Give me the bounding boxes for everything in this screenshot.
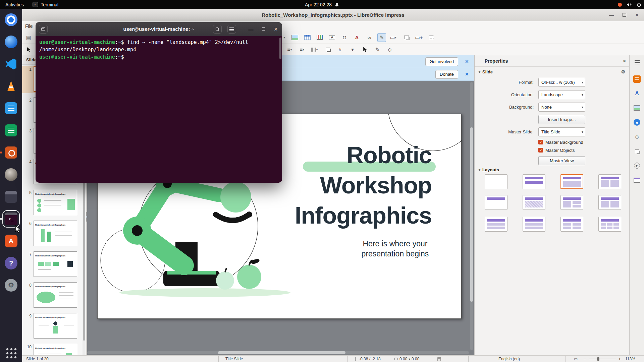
dock-item-ubuntu-software[interactable]: A xyxy=(3,233,19,249)
get-involved-button[interactable]: Get involved xyxy=(425,57,458,66)
power-icon[interactable] xyxy=(637,2,641,7)
zoom-in-button[interactable]: + xyxy=(619,356,621,362)
insert-textbox-icon[interactable]: A xyxy=(328,33,336,42)
layout-2content-content[interactable] xyxy=(598,195,621,210)
filter-icon[interactable]: ▾ xyxy=(348,45,357,54)
select-tool-icon[interactable] xyxy=(24,45,33,54)
show-draw-functions-icon[interactable]: ✎ xyxy=(377,33,386,42)
navigator-deck-icon[interactable]: ◆ xyxy=(633,118,641,127)
slide-subtitle[interactable]: Here is where your presentation begins xyxy=(345,239,445,259)
dock-item-browser[interactable] xyxy=(3,34,19,50)
zoom-slider-handle[interactable] xyxy=(597,357,599,361)
animation-deck-icon[interactable]: ▶ xyxy=(633,161,641,170)
orientation-dropdown[interactable]: Landscape xyxy=(538,90,585,99)
select-arrow-icon[interactable] xyxy=(361,45,369,54)
layout-content-over-content[interactable] xyxy=(485,217,507,232)
format-dropdown[interactable]: On-scr... w (16:9) xyxy=(538,78,585,87)
layout-content-2content[interactable] xyxy=(560,195,583,210)
clone-formatting-icon[interactable] xyxy=(402,33,411,42)
layout-4content[interactable] xyxy=(560,217,583,232)
properties-deck-icon[interactable] xyxy=(633,75,641,83)
align-objects-icon[interactable]: ≡▾ xyxy=(286,45,295,54)
slide-section-header[interactable]: Slide ⚙ xyxy=(475,67,629,76)
show-applications-button[interactable] xyxy=(3,343,19,359)
insert-image-button[interactable]: Insert Image... xyxy=(538,115,585,124)
zoom-level[interactable]: 113% xyxy=(625,356,635,362)
new-slide-icon[interactable]: ▭+ xyxy=(415,33,423,42)
dock-item-terminal[interactable]: >_ xyxy=(3,211,19,227)
master-slides-deck-icon[interactable] xyxy=(633,176,641,184)
slide-thumbnail-5[interactable]: 5 Robotic workshop infographics xyxy=(22,189,86,217)
canvas-horizontal-scrollbar[interactable] xyxy=(87,351,469,354)
close-button[interactable]: × xyxy=(634,12,640,18)
donate-button[interactable]: Donate xyxy=(435,70,458,79)
focused-app-menu[interactable]: >_ Terminal xyxy=(29,2,62,7)
shapes-deck-icon[interactable]: ◇ xyxy=(633,132,641,141)
layout-2content-over-content[interactable] xyxy=(523,217,545,232)
toolbar-overflow-icon[interactable]: ▾ xyxy=(283,36,287,39)
master-slide-dropdown[interactable]: Title Slide xyxy=(538,127,585,136)
scrollbar-thumb[interactable] xyxy=(83,173,85,341)
terminal-body[interactable]: user@user-virtual-machine:~$find ~ -name… xyxy=(36,36,282,183)
infobar-close-icon[interactable]: × xyxy=(463,71,471,78)
properties-close-icon[interactable]: × xyxy=(623,58,626,64)
basic-shapes-icon[interactable]: ▭▾ xyxy=(390,33,398,42)
dock-item-help[interactable]: ? xyxy=(3,255,19,271)
dock-item-writer[interactable] xyxy=(3,100,19,116)
background-dropdown[interactable]: None xyxy=(538,103,585,112)
slide-transition-deck-icon[interactable] xyxy=(633,147,641,156)
terminal-titlebar[interactable]: user@user-virtual-machine: ~ — × xyxy=(36,22,282,36)
layout-title-slide[interactable] xyxy=(523,174,545,189)
layout-title-2content[interactable] xyxy=(598,174,621,189)
fit-slide-icon[interactable]: ▭ xyxy=(574,356,578,362)
language-status[interactable]: English (en) xyxy=(498,356,520,362)
special-character-icon[interactable]: Ω xyxy=(340,33,349,42)
slide-thumbnail-9[interactable]: 9 Robotic workshop infographics xyxy=(22,312,86,340)
terminal-minimize-button[interactable]: — xyxy=(247,22,255,36)
document-icon[interactable]: ▤ xyxy=(24,33,33,42)
layout-title-only[interactable] xyxy=(485,195,507,210)
dock-item-calc[interactable] xyxy=(3,122,19,138)
dock-item-settings[interactable]: ⚙ xyxy=(3,277,19,293)
terminal-scrollbar-thumb[interactable] xyxy=(279,38,281,59)
minimize-button[interactable]: — xyxy=(608,12,614,18)
maximize-button[interactable] xyxy=(621,12,627,18)
scrollbar-thumb[interactable] xyxy=(218,351,345,354)
terminal-maximize-button[interactable] xyxy=(259,22,268,36)
gallery-deck-icon[interactable] xyxy=(633,104,641,112)
slide-thumbnail-8[interactable]: 8 Robotic workshop infographics xyxy=(22,282,86,309)
dock-item-impress[interactable] xyxy=(3,144,19,161)
terminal-close-button[interactable]: × xyxy=(271,22,280,36)
dock-item-vscode[interactable] xyxy=(3,56,19,72)
zoom-slider[interactable] xyxy=(589,356,616,362)
insert-table-icon[interactable] xyxy=(303,33,312,42)
slide-thumbnail-6[interactable]: 6 Robotic workshop infographics xyxy=(22,220,86,247)
clock[interactable]: Apr 22 02:28 xyxy=(305,2,332,7)
slide-title[interactable]: Robotic Workshop Infographics xyxy=(295,140,432,231)
insert-chart-icon[interactable] xyxy=(315,33,324,42)
zoom-out-button[interactable]: − xyxy=(583,356,586,362)
dock-item-gimp[interactable] xyxy=(3,167,19,183)
menu-file[interactable]: File xyxy=(22,23,36,29)
insert-image-icon[interactable] xyxy=(290,33,299,42)
dock-item-chromium[interactable] xyxy=(3,12,19,28)
new-tab-button[interactable] xyxy=(39,25,48,34)
search-button[interactable] xyxy=(213,25,222,34)
columns-icon[interactable]: ▾ xyxy=(311,45,320,54)
hyperlink-icon[interactable]: ∞ xyxy=(365,33,374,42)
master-objects-row[interactable]: ✓ Master Objects xyxy=(538,146,575,154)
crop-image-icon[interactable]: # xyxy=(336,45,344,54)
infobar-close-icon[interactable]: × xyxy=(463,58,471,65)
menu-button[interactable] xyxy=(227,25,236,34)
glue-points-icon[interactable]: ◇ xyxy=(385,45,394,54)
master-view-button[interactable]: Master View xyxy=(538,156,585,165)
impress-titlebar[interactable]: Robotic_Workshop_Infographics.pptx - Lib… xyxy=(22,9,644,21)
dock-item-files[interactable] xyxy=(3,189,19,205)
edit-points-icon[interactable]: ✎ xyxy=(373,45,382,54)
dock-item-vlc[interactable] xyxy=(3,78,19,94)
layouts-section-header[interactable]: Layouts xyxy=(475,165,629,174)
shadow-icon[interactable] xyxy=(323,45,332,54)
slide-thumbnail-10[interactable]: 10 Robotic workshop infographics xyxy=(22,343,86,355)
layout-centered-text[interactable] xyxy=(523,195,545,210)
slide-thumbnail-7[interactable]: 7 Robotic workshop infographics xyxy=(22,251,86,278)
